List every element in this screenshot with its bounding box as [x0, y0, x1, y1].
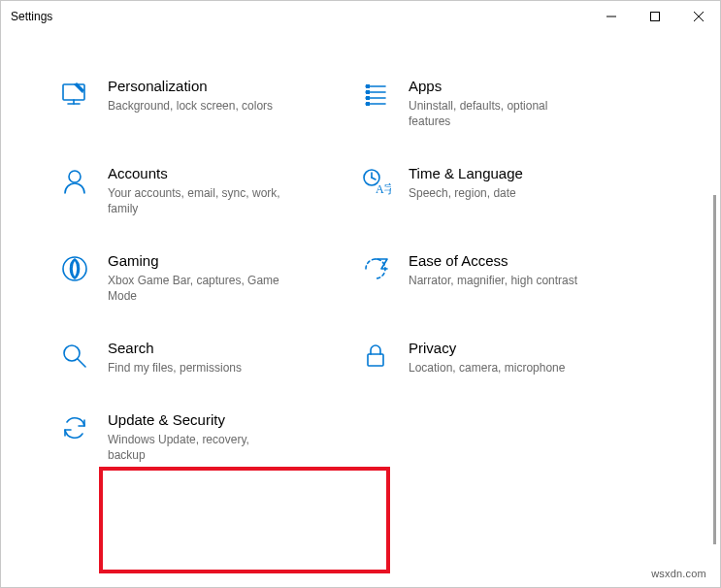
tile-text: Time & Language Speech, region, date: [409, 164, 641, 201]
close-button[interactable]: [676, 1, 720, 32]
settings-grid: Personalization Background, lock screen,…: [30, 59, 690, 492]
content-area: Personalization Background, lock screen,…: [1, 59, 720, 587]
tile-desc: Xbox Game Bar, captures, Game Mode: [108, 273, 282, 304]
svg-line-18: [372, 178, 376, 180]
tile-text: Privacy Location, camera, microphone: [409, 339, 641, 376]
svg-point-20: [63, 257, 86, 280]
tile-ease-of-access[interactable]: Ease of Access Narrator, magnifier, high…: [360, 251, 661, 304]
svg-rect-1: [650, 13, 659, 21]
tile-apps[interactable]: Apps Uninstall, defaults, optional featu…: [360, 77, 661, 129]
svg-text:A字: A字: [376, 182, 391, 196]
tile-title: Personalization: [108, 77, 341, 96]
titlebar: Settings: [1, 1, 720, 32]
tile-title: Ease of Access: [409, 251, 641, 271]
tile-desc: Location, camera, microphone: [409, 360, 583, 376]
svg-rect-13: [366, 96, 370, 100]
svg-rect-4: [63, 84, 84, 100]
tile-title: Time & Language: [409, 164, 641, 183]
tile-search[interactable]: Search Find my files, permissions: [59, 339, 360, 376]
gaming-icon: [59, 253, 90, 284]
apps-icon: [360, 79, 391, 110]
tile-title: Accounts: [108, 164, 341, 183]
tile-desc: Windows Update, recovery, backup: [108, 432, 282, 463]
search-icon: [59, 341, 90, 372]
tile-desc: Your accounts, email, sync, work, family: [108, 185, 282, 216]
tile-text: Search Find my files, permissions: [108, 339, 341, 376]
window-title: Settings: [11, 10, 589, 23]
tile-privacy[interactable]: Privacy Location, camera, microphone: [360, 339, 661, 376]
personalization-icon: [59, 79, 90, 110]
tile-text: Gaming Xbox Game Bar, captures, Game Mod…: [108, 251, 341, 304]
tile-text: Accounts Your accounts, email, sync, wor…: [108, 164, 341, 216]
svg-rect-14: [366, 102, 370, 106]
tile-desc: Speech, region, date: [409, 185, 583, 201]
tile-desc: Narrator, magnifier, high contrast: [409, 273, 583, 288]
svg-rect-11: [366, 84, 370, 88]
privacy-icon: [360, 341, 391, 372]
tile-title: Search: [108, 339, 341, 358]
tile-time-language[interactable]: A字 Time & Language Speech, region, date: [360, 164, 661, 216]
tile-desc: Uninstall, defaults, optional features: [409, 98, 583, 129]
watermark: wsxdn.com: [651, 568, 706, 579]
tile-title: Apps: [409, 77, 641, 96]
tile-gaming[interactable]: Gaming Xbox Game Bar, captures, Game Mod…: [59, 251, 360, 304]
scrollbar[interactable]: [713, 40, 719, 586]
svg-line-22: [78, 359, 85, 367]
tile-title: Gaming: [108, 251, 341, 271]
accounts-icon: [59, 166, 90, 197]
svg-point-15: [69, 171, 81, 182]
tile-desc: Background, lock screen, colors: [108, 98, 282, 114]
tile-text: Ease of Access Narrator, magnifier, high…: [409, 251, 641, 288]
svg-rect-12: [366, 90, 370, 94]
tile-accounts[interactable]: Accounts Your accounts, email, sync, wor…: [59, 164, 360, 216]
update-security-icon: [59, 412, 90, 443]
empty-cell: [360, 410, 661, 463]
time-language-icon: A字: [360, 166, 391, 197]
tile-text: Apps Uninstall, defaults, optional featu…: [409, 77, 641, 129]
maximize-button[interactable]: [633, 1, 676, 32]
scrollbar-thumb[interactable]: [713, 195, 716, 544]
tile-title: Update & Security: [108, 410, 341, 430]
svg-rect-23: [368, 354, 383, 366]
tile-text: Personalization Background, lock screen,…: [108, 77, 341, 114]
tile-update-security[interactable]: Update & Security Windows Update, recove…: [59, 410, 360, 463]
minimize-button[interactable]: [589, 1, 633, 32]
settings-window: Settings Personalization Background, loc…: [0, 0, 721, 588]
ease-of-access-icon: [360, 253, 391, 284]
tile-desc: Find my files, permissions: [108, 360, 282, 376]
tile-personalization[interactable]: Personalization Background, lock screen,…: [59, 77, 360, 129]
tile-title: Privacy: [409, 339, 641, 358]
tile-text: Update & Security Windows Update, recove…: [108, 410, 341, 463]
